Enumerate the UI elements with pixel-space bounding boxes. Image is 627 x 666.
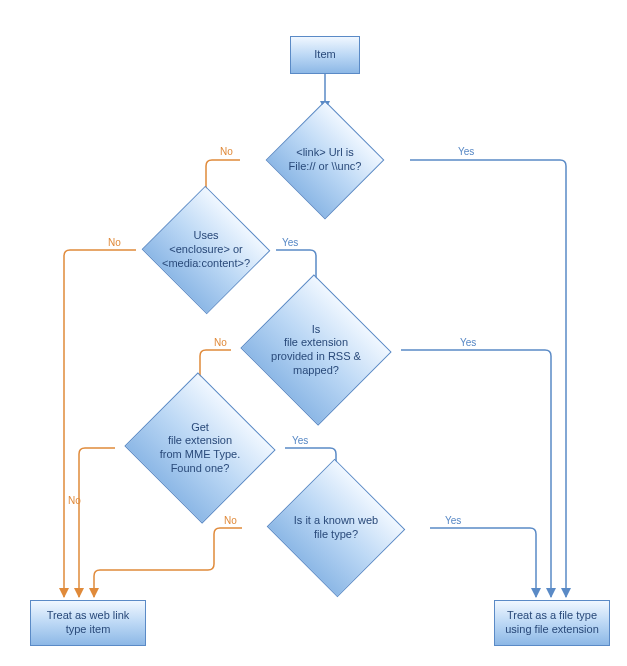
node-process-out-web: Treat as web linktype item [30,600,146,646]
edge-label-no: No [108,237,121,248]
edge-label-yes: Yes [292,435,308,446]
edge-label-yes: Yes [460,337,476,348]
node-label: Treat as web linktype item [47,609,130,637]
edge-label-no: No [224,515,237,526]
edge-label-yes: Yes [282,237,298,248]
edge-label-no: No [68,495,81,506]
node-label: Treat as a file typeusing file extension [505,609,599,637]
edge-label-yes: Yes [445,515,461,526]
edge-label-yes: Yes [458,146,474,157]
node-process-out-file: Treat as a file typeusing file extension [494,600,610,646]
node-decision-known-web-type: Is it a known webfile type? [242,480,430,576]
edge-label-no: No [214,337,227,348]
node-label: Is it a known webfile type? [212,480,460,576]
node-process-item: Item [290,36,360,74]
node-decision-enclosure: Uses<enclosure> or<media:content>? [136,195,276,305]
edge-label-no: No [220,146,233,157]
node-label: Uses<enclosure> or<media:content>? [106,195,306,305]
flowchart: { "chart_data": { "type": "flowchart", "… [0,0,627,666]
node-label: Item [314,48,335,62]
